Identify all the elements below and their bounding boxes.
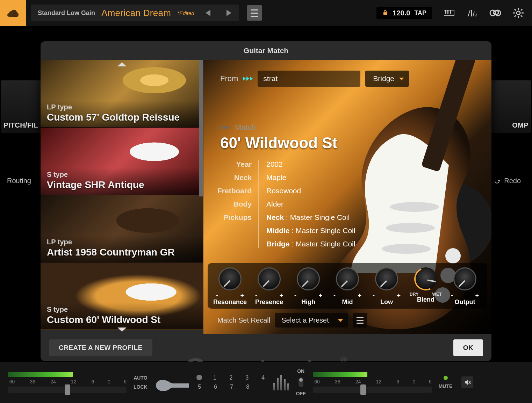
loop-icon[interactable] bbox=[489, 7, 501, 19]
input-gain-slider[interactable] bbox=[8, 387, 127, 393]
list-scrollbar[interactable] bbox=[199, 60, 203, 196]
match-guitar-name: 60' Wildwood St bbox=[220, 134, 477, 152]
pickup-select[interactable]: Bridge bbox=[365, 71, 409, 87]
guitar-list: LP type Custom 57' Goldtop Reissue S typ… bbox=[41, 60, 203, 334]
on-off-toggle[interactable]: ON OFF bbox=[296, 368, 306, 396]
arrows-icon bbox=[243, 77, 253, 81]
modal-footer: CREATE A NEW PROFILE OK bbox=[41, 334, 491, 361]
arrows-icon bbox=[220, 125, 230, 130]
guitar-detail: From Bridge Match 60' Wildwood St Year N… bbox=[203, 60, 491, 334]
knob-blend[interactable]: DRYWETBlend bbox=[407, 267, 445, 306]
eq-bars-icon[interactable] bbox=[273, 374, 289, 390]
auto-button[interactable]: AUTO bbox=[134, 375, 147, 381]
output-gain-slider[interactable] bbox=[313, 387, 432, 393]
modal-title: Guitar Match bbox=[41, 41, 491, 60]
bottom-rack: -60-36-24-12-606 AUTO LOCK 1234 5678 ON … bbox=[0, 362, 532, 403]
mute-button[interactable] bbox=[461, 376, 473, 388]
edited-flag: *Edited bbox=[177, 10, 194, 16]
top-bar: Standard Low Gain American Dream *Edited… bbox=[0, 0, 532, 26]
svg-line-13 bbox=[515, 15, 516, 17]
knob-resonance[interactable]: -+Resonance bbox=[211, 267, 249, 306]
guitar-list-item[interactable]: LP type Custom 57' Goldtop Reissue bbox=[41, 60, 203, 128]
gear-icon[interactable] bbox=[512, 7, 524, 19]
lock-button[interactable]: LOCK bbox=[134, 384, 148, 390]
tuner-icon[interactable] bbox=[466, 7, 478, 19]
knob-mid[interactable]: -+Mid bbox=[329, 267, 366, 306]
svg-rect-4 bbox=[450, 10, 451, 14]
lock-icon bbox=[382, 10, 388, 16]
guitar-list-item[interactable]: S type Vintage SHR Antique bbox=[41, 128, 203, 195]
knob-output[interactable]: -+Output bbox=[446, 267, 484, 306]
preset-menu-button[interactable] bbox=[247, 5, 262, 21]
svg-line-11 bbox=[521, 15, 522, 17]
channel-selector[interactable]: 1234 5678 bbox=[196, 375, 266, 390]
list-scroll-down[interactable] bbox=[117, 328, 127, 332]
prev-preset-button[interactable] bbox=[201, 5, 215, 21]
input-side-controls: AUTO LOCK bbox=[134, 375, 148, 390]
next-preset-button[interactable] bbox=[222, 5, 236, 21]
tempo-box: 120.0 TAP bbox=[376, 7, 432, 19]
from-label: From bbox=[220, 74, 238, 83]
recall-label: Match Set Recall bbox=[217, 316, 270, 324]
svg-line-12 bbox=[521, 9, 522, 10]
knob-high[interactable]: -+High bbox=[289, 267, 327, 306]
svg-line-10 bbox=[515, 9, 516, 10]
gain-mode-label[interactable]: Standard Low Gain bbox=[34, 9, 95, 17]
redo-icon bbox=[494, 178, 501, 185]
redo-button[interactable]: Redo bbox=[494, 177, 521, 185]
guitar-list-item[interactable]: LP type Artist 1958 Countryman GR bbox=[41, 195, 203, 262]
svg-rect-3 bbox=[447, 10, 448, 14]
guitar-list-item[interactable]: S type Custom 60' Wildwood St bbox=[41, 262, 203, 330]
mute-control: MUTE bbox=[439, 376, 453, 389]
from-input[interactable] bbox=[258, 71, 360, 87]
cloud-button[interactable] bbox=[0, 0, 26, 26]
list-scroll-up[interactable] bbox=[117, 62, 127, 66]
svg-point-5 bbox=[517, 11, 520, 15]
tap-button[interactable]: TAP bbox=[414, 9, 426, 17]
tempo-value[interactable]: 120.0 bbox=[393, 9, 410, 17]
mute-label: MUTE bbox=[439, 383, 453, 389]
piano-icon[interactable] bbox=[443, 7, 455, 19]
svg-rect-2 bbox=[445, 10, 446, 14]
match-label: Match bbox=[235, 123, 256, 132]
guitar-match-modal: Guitar Match LP type Custom 57' Goldtop … bbox=[41, 41, 491, 361]
ok-button[interactable]: OK bbox=[453, 339, 483, 356]
knob-presence[interactable]: -+Presence bbox=[250, 267, 288, 306]
preset-box: Standard Low Gain American Dream *Edited bbox=[31, 5, 239, 21]
knob-row: -+Resonance -+Presence -+High -+Mid -+Lo… bbox=[208, 263, 487, 309]
output-meter: -60-36-24-12-606 bbox=[313, 368, 432, 396]
recall-list-button[interactable] bbox=[353, 313, 367, 328]
spec-table: Year Neck Fretboard Body Pickups 2002 Ma… bbox=[220, 160, 477, 248]
input-meter: -60-36-24-12-606 bbox=[8, 368, 127, 396]
preset-name[interactable]: American Dream bbox=[101, 8, 171, 19]
create-profile-button[interactable]: CREATE A NEW PROFILE bbox=[49, 339, 152, 356]
routing-button[interactable]: Routing bbox=[7, 177, 31, 185]
knob-low[interactable]: -+Low bbox=[368, 267, 405, 306]
recall-preset-select[interactable]: Select a Preset bbox=[275, 313, 348, 328]
guitar-select-icon[interactable] bbox=[154, 370, 189, 395]
